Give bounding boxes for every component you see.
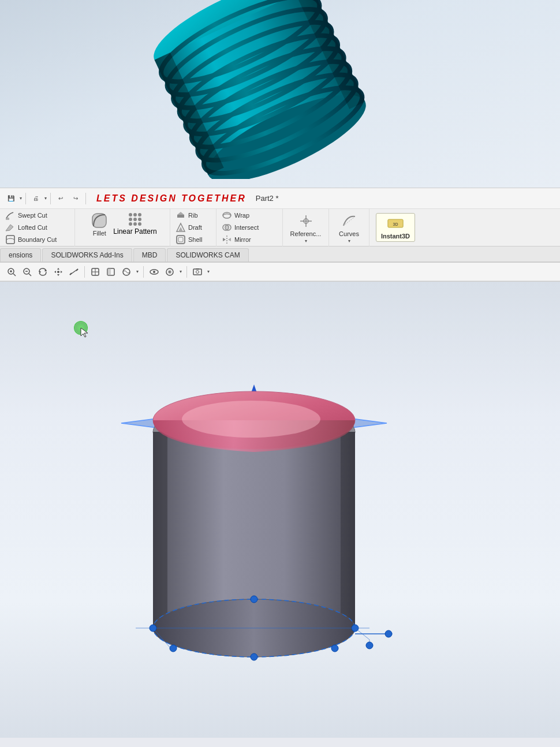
feature-toolbar: Swept Cut Lofted Cut (0, 209, 560, 246)
measure-icon[interactable] (67, 265, 81, 279)
svg-marker-54 (54, 271, 56, 273)
swept-cut-icon (5, 210, 16, 221)
wrap-label: Wrap (234, 212, 249, 219)
instant3d-icon: 3D (387, 215, 404, 231)
tab-solidworks-addins[interactable]: SOLIDWORKS Add-Ins (42, 248, 132, 262)
svg-point-18 (133, 213, 137, 216)
draft-button[interactable]: Draft (174, 222, 204, 233)
draft-label: Draft (188, 224, 202, 231)
tab-bar: ensions SOLIDWORKS Add-Ins MBD SOLIDWORK… (0, 246, 560, 263)
svg-point-88 (251, 653, 257, 660)
reference-label: Referenc... (290, 230, 322, 237)
main-viewport[interactable] (0, 282, 560, 738)
svg-marker-27 (177, 212, 184, 215)
save-icon[interactable]: 💾 (5, 192, 17, 205)
reference-button[interactable]: Referenc... (287, 212, 325, 238)
svg-point-23 (129, 222, 132, 226)
svg-line-44 (13, 274, 16, 276)
reference-group: Referenc... ▾ (283, 209, 329, 246)
top-preview-area (0, 0, 560, 188)
svg-rect-15 (6, 236, 14, 244)
undo-icon[interactable]: ↩ (54, 192, 67, 205)
svg-point-67 (153, 271, 155, 273)
svg-point-72 (196, 270, 199, 273)
svg-marker-55 (61, 271, 62, 273)
svg-marker-53 (57, 274, 59, 276)
mirror-icon (222, 234, 232, 245)
shell-button[interactable]: Shell (174, 234, 204, 245)
svg-text:3D: 3D (393, 222, 398, 226)
svg-rect-71 (193, 269, 201, 275)
reference-dropdown[interactable]: ▾ (305, 238, 307, 244)
fillet-button[interactable]: Fillet (88, 211, 111, 238)
curves-icon (341, 213, 357, 229)
redo-icon[interactable]: ↪ (69, 192, 82, 205)
svg-rect-73 (196, 268, 199, 270)
section-view-icon[interactable] (104, 265, 118, 279)
shell-label: Shell (188, 236, 202, 243)
linear-pattern-label: Linear Pattern (113, 227, 156, 236)
appearances-icon[interactable] (163, 265, 177, 279)
svg-marker-36 (223, 238, 226, 241)
app-title: LETS DESIGN TOGETHER (96, 193, 247, 204)
cut-tools-list: Swept Cut Lofted Cut (3, 210, 58, 245)
rib-label: Rib (188, 212, 198, 219)
rib-button[interactable]: Rib (174, 210, 204, 221)
mouse-cursor (80, 327, 91, 338)
view-orientation-icon[interactable] (88, 265, 102, 279)
wrap-button[interactable]: Wrap (220, 210, 260, 221)
linear-pattern-button[interactable]: Linear Pattern (113, 211, 156, 236)
svg-line-48 (29, 274, 31, 276)
rotate-icon[interactable] (36, 265, 50, 279)
toolbar-area: 💾 ▾ 🖨 ▾ ↩ ↪ LETS DESIGN TOGETHER Part2 * (0, 188, 560, 282)
hide-show-icon[interactable] (147, 265, 161, 279)
svg-line-58 (70, 273, 72, 275)
svg-point-19 (138, 213, 141, 216)
fillet-label: Fillet (93, 230, 106, 237)
linear-pattern-icon (127, 211, 143, 227)
instant3d-button[interactable]: 3D Instant3D (376, 213, 415, 242)
mirror-button[interactable]: Mirror (220, 234, 260, 245)
svg-rect-30 (177, 236, 185, 244)
display-style-dropdown[interactable]: ▾ (136, 269, 139, 274)
display-style-icon[interactable] (120, 265, 133, 279)
svg-point-17 (129, 213, 132, 216)
swept-cut-label: Swept Cut (18, 212, 47, 219)
svg-point-56 (57, 271, 59, 273)
wrap-intersect-mirror-group: Wrap Intersect (216, 209, 283, 246)
lofted-cut-label: Lofted Cut (18, 224, 47, 231)
quick-access-toolbar: 💾 ▾ 🖨 ▾ ↩ ↪ (5, 192, 87, 205)
curves-button[interactable]: Curves (335, 212, 363, 238)
pan-icon[interactable] (51, 265, 65, 279)
intersect-button[interactable]: Intersect (220, 222, 260, 233)
svg-point-21 (133, 218, 137, 221)
boundary-cut-icon (5, 234, 16, 245)
svg-rect-81 (341, 432, 355, 628)
tab-dimensions[interactable]: ensions (0, 248, 41, 262)
print-icon[interactable]: 🖨 (29, 192, 42, 205)
swept-cut-button[interactable]: Swept Cut (3, 210, 58, 221)
rib-icon (176, 210, 186, 221)
tab-mbd[interactable]: MBD (133, 248, 166, 262)
svg-rect-26 (177, 215, 184, 218)
lofted-cut-button[interactable]: Lofted Cut (3, 222, 58, 233)
tab-solidworks-cam[interactable]: SOLIDWORKS CAM (167, 248, 248, 262)
curves-dropdown[interactable]: ▾ (348, 238, 350, 244)
screen-capture-dropdown[interactable]: ▾ (207, 269, 210, 274)
intersect-icon (222, 222, 232, 233)
boundary-cut-button[interactable]: Boundary Cut (3, 234, 58, 245)
rib-draft-shell-list: Rib Draft (174, 210, 204, 245)
svg-marker-74 (81, 328, 88, 337)
zoom-out-icon[interactable] (20, 265, 34, 279)
appearances-dropdown[interactable]: ▾ (180, 269, 182, 274)
svg-point-98 (366, 642, 373, 649)
wrap-icon (222, 210, 232, 221)
svg-point-22 (138, 218, 141, 221)
svg-point-25 (138, 222, 141, 226)
svg-marker-37 (228, 238, 231, 241)
3d-cylinder-model[interactable] (104, 339, 404, 676)
instant3d-group: 3D Instant3D (369, 209, 421, 246)
zoom-in-icon[interactable] (5, 265, 18, 279)
screen-capture-icon[interactable] (191, 265, 204, 279)
fillet-pattern-group: Fillet Linear Pattern (75, 209, 170, 246)
